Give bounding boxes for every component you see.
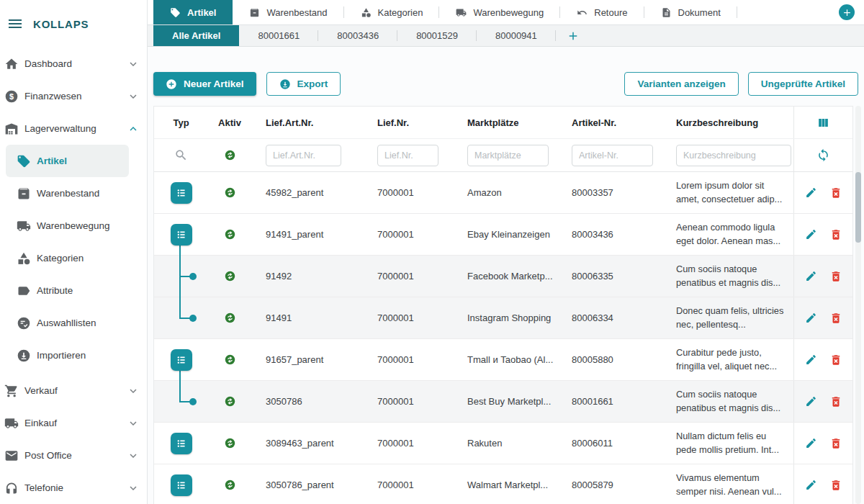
new-article-button[interactable]: Neuer Artikel [153,72,256,96]
article-type-list-icon[interactable] [171,182,192,204]
cell-aktiv [208,172,251,213]
delete-button[interactable] [825,182,847,204]
tab-warenbestand[interactable]: Warenbestand [233,0,343,24]
active-status-icon[interactable] [224,479,236,491]
edit-button[interactable] [801,474,822,496]
col-header-artikel-nr: Artikel-Nr. [557,117,662,128]
filter-lief-nr-input[interactable] [377,145,438,166]
active-status-icon[interactable] [224,270,236,282]
delete-icon [829,186,842,199]
edit-button[interactable] [801,182,822,204]
sidebar-item-verkauf[interactable]: Verkauf [0,374,147,407]
active-status-icon[interactable] [224,186,236,199]
active-status-icon[interactable] [224,354,236,366]
edit-button[interactable] [801,266,822,287]
typ-list-icon [174,478,189,492]
delete-button[interactable] [825,391,847,413]
sidebar-item-warenbewegung[interactable]: Warenbewegung [6,210,129,242]
active-status-icon[interactable] [224,228,236,240]
tab-artikel[interactable]: Artikel [153,0,233,24]
subtab-alle-artikel[interactable]: Alle Artikel [153,25,239,46]
add-article-tab-button[interactable] [556,30,590,42]
filter-lief-art-nr-input[interactable] [266,145,341,166]
sidebar-item-artikel[interactable]: Artikel [6,145,129,177]
delete-button[interactable] [825,307,847,329]
category-icon [17,251,31,266]
active-status-icon[interactable] [224,437,236,449]
refresh-button[interactable] [816,148,830,162]
sidebar-item-auswahllisten[interactable]: Auswahllisten [6,307,129,339]
sidebar-item-label: Finanzwesen [24,91,82,102]
article-type-list-icon[interactable] [171,349,192,371]
column-settings-button[interactable] [816,116,830,130]
delete-button[interactable] [825,266,847,287]
edit-button[interactable] [801,391,822,413]
sidebar-item-post-office[interactable]: Post Office [0,439,147,472]
active-status-icon[interactable] [224,395,236,408]
article-type-list-icon[interactable] [171,433,192,454]
article-type-list-icon[interactable] [171,224,192,246]
col-header-lief-nr: Lief.Nr. [363,117,453,128]
edit-icon [805,186,817,199]
sidebar-item-kategorien[interactable]: Kategorien [6,242,129,274]
active-status-icon[interactable] [224,312,236,324]
subtab-80001661[interactable]: 80001661 [239,25,318,46]
edit-button[interactable] [801,433,822,454]
typ-list-icon [174,186,189,200]
sidebar-item-lagerverwaltung[interactable]: Lagerverwaltung [0,112,147,145]
svg-text:$: $ [9,91,14,100]
sidebar-item-warenbestand[interactable]: Warenbestand [6,177,129,210]
tab-kategorien[interactable]: Kategorien [344,0,440,24]
subtab-80001529[interactable]: 80001529 [397,25,477,46]
delete-button[interactable] [825,349,847,371]
active-icon [224,270,236,282]
cell-lief-art-nr: 3050786 [251,396,363,407]
col-header-aktiv: Aktiv [208,107,251,138]
filter-kurzbeschreibung-input[interactable] [676,145,791,166]
scrollbar-thumb[interactable] [855,172,861,243]
tab-warenbewegung[interactable]: Warenbewegung [439,0,560,24]
delete-button[interactable] [825,474,847,496]
show-variants-button[interactable]: Varianten anzeigen [624,72,738,96]
table-body: 45982_parent7000001Amazon80003357Lorem i… [154,172,852,504]
add-tab-button[interactable] [839,4,855,20]
vertical-scrollbar[interactable] [855,106,861,504]
sidebar-item-importieren[interactable]: Importieren [6,339,129,372]
active-filter-toggle[interactable] [224,149,236,161]
cell-typ [154,381,208,422]
article-type-list-icon[interactable] [171,474,192,496]
cell-aktiv [208,381,251,422]
tree-connector [179,297,181,318]
sidebar-item-label: Verkauf [24,385,58,396]
subtab-80000941[interactable]: 80000941 [477,25,556,46]
sidebar-item-telefonie[interactable]: Telefonie [0,472,147,504]
sidebar-item-finanzwesen[interactable]: $Finanzwesen [0,80,147,112]
sidebar-item-label: Auswahllisten [37,318,96,328]
menu-icon[interactable] [6,15,24,32]
cell-artikel-nr: 80005880 [557,354,662,365]
delete-button[interactable] [825,224,847,246]
export-button[interactable]: Export [266,72,341,96]
cell-marktplaetze: Facebook Marketp... [453,271,557,282]
cell-lief-nr: 7000001 [363,480,453,490]
sidebar-item-dashboard[interactable]: Dashboard [0,48,147,80]
delete-button[interactable] [825,433,847,454]
subtab-80003436[interactable]: 80003436 [318,25,397,46]
tab-retoure[interactable]: Retoure [560,0,644,24]
import-icon [17,348,31,363]
cell-lief-art-nr: 3089463_parent [251,438,363,449]
tab-label: Warenbestand [266,7,327,18]
sidebar-item-einkauf[interactable]: Einkauf [0,407,147,439]
unchecked-articles-button[interactable]: Ungeprüfte Artikel [748,72,858,96]
tab-dokument[interactable]: Dokument [644,0,737,24]
tree-connector [179,246,181,256]
sidebar-item-attribute[interactable]: Attribute [6,274,129,307]
filter-artikel-nr-input[interactable] [572,145,653,166]
filter-marktplaetze-input[interactable] [467,145,549,166]
edit-button[interactable] [801,224,822,246]
edit-button[interactable] [801,349,822,371]
cell-lief-nr: 7000001 [363,271,453,282]
cart-icon [4,384,19,398]
table-header-row: Typ Aktiv Lief.Art.Nr. Lief.Nr. Marktplä… [154,107,852,138]
edit-button[interactable] [801,307,822,329]
